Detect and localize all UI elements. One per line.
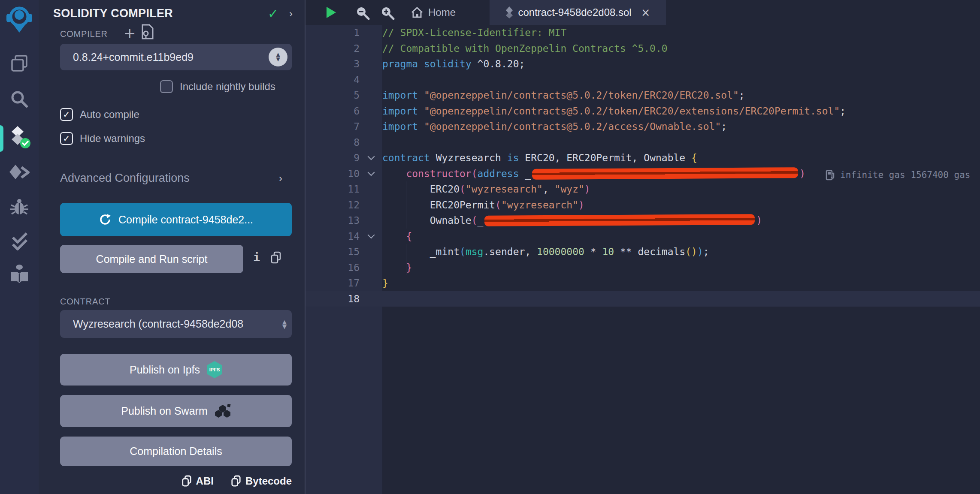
gas-pump-icon [826,169,836,181]
chevron-down-icon [367,153,375,160]
code-line[interactable]: 2// Compatible with OpenZeppelin Contrac… [305,41,980,57]
code-lines: 1// SPDX-License-Identifier: MIT2// Comp… [305,25,980,307]
fold-toggle[interactable] [360,229,382,244]
code-line[interactable]: 11 ERC20("wyzresearch", "wyz") [305,181,980,197]
publish-swarm-button[interactable]: Publish on Swarm [60,395,292,427]
code-line[interactable]: 7import "@openzeppelin/contracts@5.0.2/a… [305,119,980,135]
sidebar-item-deploy-run[interactable] [0,164,39,182]
publish-ipfs-button[interactable]: Publish on Ipfs IPFS [60,354,292,386]
code-token: () [685,246,697,257]
tab-contract-file[interactable]: contract-9458de2d08.sol × [490,0,666,25]
code-token: import [382,121,418,132]
panel-title: SOLIDITY COMPILER [53,7,173,20]
gas-estimate-text: infinite gas 1567400 gas [840,170,970,180]
nightly-builds-checkbox[interactable] [160,80,173,93]
code-line[interactable]: 18 [305,291,980,307]
advanced-chevron-icon[interactable]: › [279,172,282,184]
advanced-configurations-label[interactable]: Advanced Configurations [60,172,190,185]
contract-select-value: Wyzresearch (contract-9458de2d08 [60,318,282,330]
code-line-content: // SPDX-License-Identifier: MIT [382,25,980,41]
code-token: ERC20 [382,184,460,195]
fold-spacer [360,135,382,151]
compile-button[interactable]: Compile contract-9458de2... [60,203,292,236]
code-line[interactable]: 14 { [305,229,980,244]
search-icon [9,89,29,109]
code-line[interactable]: 13 Ownable(_) [305,213,980,229]
code-token: contract [382,152,430,163]
editor-tab-bar: Home contract-9458de2d08.sol × [305,0,980,25]
code-token: "@openzeppelin/contracts@5.0.2/access/Ow… [424,121,721,132]
code-token: msg [466,246,484,257]
compiler-version-value: 0.8.24+commit.e11b9ed9 [60,51,269,63]
code-token: "wyzresearch" [466,184,543,195]
copy-bytecode-button[interactable]: Bytecode [231,475,292,487]
code-line-content: } [382,275,980,291]
fold-spacer [360,244,382,260]
zoom-in-button[interactable] [380,6,395,22]
code-line[interactable]: 3pragma solidity ^0.8.20; [305,56,980,72]
fold-toggle[interactable] [360,150,382,166]
add-compiler-icon[interactable]: + [124,26,136,40]
code-line[interactable]: 1// SPDX-License-Identifier: MIT [305,25,980,41]
remix-ide-window: SOLIDITY COMPILER ✓ › COMPILER + 0.8.24+… [0,0,980,494]
sidebar-item-search[interactable] [0,89,39,109]
sidebar-item-learneth[interactable] [0,263,39,284]
code-token [418,121,424,132]
code-token: solidity [424,58,472,69]
remix-logo[interactable] [0,5,39,33]
fold-spacer [360,72,382,88]
code-line[interactable]: 8 [305,135,980,151]
code-line[interactable]: 5import "@openzeppelin/contracts@5.0.2/t… [305,87,980,103]
solidity-compiler-icon [7,125,31,150]
compiler-config-file-icon[interactable] [141,24,154,41]
tab-home[interactable]: Home [405,0,462,25]
code-token [418,105,424,117]
code-line[interactable]: 6import "@openzeppelin/contracts@5.0.2/t… [305,103,980,119]
compiler-version-select[interactable]: 0.8.24+commit.e11b9ed9 ▲▼ [60,44,292,70]
code-line[interactable]: 4 [305,72,980,88]
sidebar-item-file-explorer[interactable] [0,54,39,73]
code-line-content: import "@openzeppelin/contracts@5.0.2/to… [382,87,980,103]
code-line[interactable]: 12 ERC20Permit("wyzresearch") [305,197,980,213]
copy-icon [181,475,192,487]
fold-spacer [360,275,382,291]
code-token: address [478,168,519,179]
run-script-button[interactable] [326,6,336,20]
panel-chevron-icon[interactable]: › [289,8,293,20]
code-line[interactable]: 17} [305,275,980,291]
code-line-content: ERC20("wyzresearch", "wyz") [382,181,980,197]
compilation-details-label: Compilation Details [130,445,222,458]
code-line[interactable]: 15 _mint(msg.sender, 10000000 * 10 ** de… [305,244,980,260]
code-token: ) [799,168,805,179]
line-number: 7 [305,119,360,135]
code-line[interactable]: 16 } [305,260,980,276]
zoom-out-button[interactable] [355,6,370,22]
hide-warnings-checkbox[interactable]: ✓ [60,132,73,145]
fold-spacer [360,25,382,41]
code-token: ( [460,246,466,257]
code-token: ) [584,184,590,195]
code-line-content [382,72,980,88]
fold-toggle[interactable] [360,166,382,182]
compilation-details-button[interactable]: Compilation Details [60,437,292,466]
code-line[interactable]: 9contract Wyzresearch is ERC20, ERC20Per… [305,150,980,166]
sidebar-item-debugger[interactable] [0,197,39,217]
copy-script-icon[interactable] [270,251,281,266]
sidebar-item-solidity-compiler[interactable] [0,125,39,150]
code-token: { [382,231,412,242]
line-number: 4 [305,72,360,88]
compile-and-run-button[interactable]: Compile and Run script [60,245,243,273]
code-token: import [382,105,418,117]
learneth-icon [9,263,30,284]
contract-select[interactable]: Wyzresearch (contract-9458de2d08 ▲▼ [60,310,292,338]
code-token: * [584,246,602,257]
publish-swarm-label: Publish on Swarm [121,405,207,417]
copy-abi-button[interactable]: ABI [181,475,214,487]
solidity-compiler-panel: SOLIDITY COMPILER ✓ › COMPILER + 0.8.24+… [39,0,305,494]
code-token: "@openzeppelin/contracts@5.0.2/token/ERC… [424,105,840,117]
info-icon[interactable]: i [253,250,260,264]
code-token: ERC20, ERC20Permit, Ownable [519,152,692,163]
close-tab-icon[interactable]: × [641,6,650,19]
auto-compile-checkbox[interactable]: ✓ [60,108,73,121]
sidebar-item-unit-testing[interactable] [0,232,39,251]
